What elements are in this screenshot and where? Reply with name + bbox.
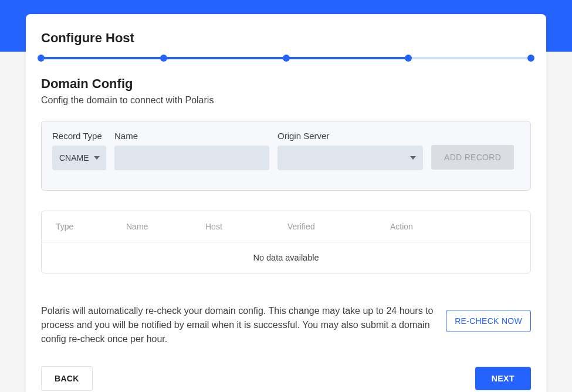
th-action: Action [390,222,516,231]
add-record-button[interactable]: ADD RECORD [431,145,514,170]
record-type-select[interactable]: CNAME [52,146,106,170]
th-name: Name [126,222,205,231]
record-type-value: CNAME [59,153,89,163]
origin-server-label: Origin Server [277,131,423,141]
info-row: Polaris will automatically re-check your… [41,304,531,346]
step-dot-1 [38,55,45,62]
caret-down-icon [410,156,416,160]
config-card: Configure Host Domain Config Config the … [26,14,546,392]
step-dot-2 [160,55,167,62]
record-type-label: Record Type [52,131,106,141]
record-form: Record Type CNAME Name Origin Server [41,121,531,191]
record-name-label: Name [114,131,269,141]
th-host: Host [205,222,287,231]
footer-nav: BACK NEXT [41,366,531,391]
step-dot-4 [405,55,412,62]
next-button[interactable]: NEXT [475,367,531,390]
step-dot-3 [283,55,290,62]
page-title: Configure Host [41,31,531,46]
th-type: Type [56,222,126,231]
caret-down-icon [94,156,100,160]
table-empty-text: No data available [42,242,530,273]
progress-stepper [41,54,531,62]
th-verified: Verified [287,222,390,231]
table-header-row: Type Name Host Verified Action [42,211,530,242]
section-subtitle: Config the domain to connect with Polari… [41,95,531,106]
step-dot-5 [527,55,534,62]
record-name-input[interactable] [114,146,269,170]
section-title: Domain Config [41,76,531,92]
origin-server-select[interactable] [277,146,423,170]
back-button[interactable]: BACK [41,366,93,391]
info-text: Polaris will automatically re-check your… [41,304,435,346]
recheck-now-button[interactable]: RE-CHECK NOW [446,310,531,332]
records-table: Type Name Host Verified Action No data a… [41,211,531,273]
